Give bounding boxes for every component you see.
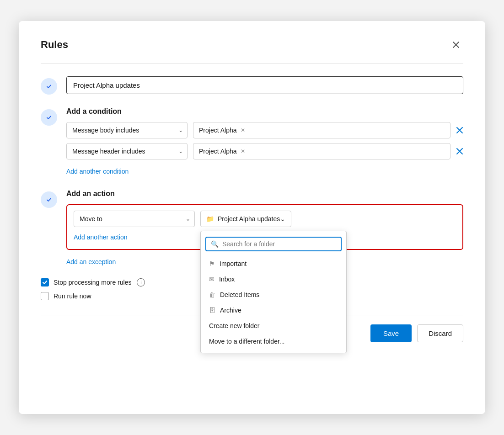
folder-dropdown-panel: 🔍 ⚑ Important ✉ Inbox [200, 231, 347, 353]
condition-type-2-select[interactable]: Message header includes Message body inc… [66, 143, 188, 159]
add-another-action-button[interactable]: Add another action [74, 232, 128, 243]
add-another-condition-button[interactable]: Add another condition [66, 166, 129, 177]
condition-row-2: Message header includes Message body inc… [66, 143, 463, 159]
folder-chevron-icon: ⌄ [280, 215, 285, 223]
folder-search-area: 🔍 [205, 237, 342, 251]
important-icon: ⚑ [209, 260, 215, 267]
info-icon[interactable]: i [137, 278, 145, 286]
header-divider [41, 63, 463, 64]
condition-value-1: Project Alpha ✕ [193, 122, 450, 138]
folder-item-important-label: Important [220, 260, 247, 267]
folder-item-inbox-label: Inbox [219, 276, 235, 283]
dialog-title: Rules [41, 39, 68, 51]
condition-type-1-wrapper: Message body includes Message header inc… [66, 122, 188, 138]
condition-2-delete-button[interactable] [456, 148, 463, 155]
condition-tag-2-text: Project Alpha [199, 148, 237, 155]
save-button[interactable]: Save [370, 324, 412, 342]
condition-row-1: Message body includes Message header inc… [66, 122, 463, 138]
inbox-icon: ✉ [209, 276, 214, 283]
run-rule-now-label: Run rule now [54, 292, 91, 300]
search-icon: 🔍 [211, 240, 219, 248]
action-label: Add an action [66, 190, 463, 198]
action-row-1: Move to Copy to Delete Mark as read ⌄ 📁 [74, 211, 456, 227]
step-icon-condition [41, 109, 57, 126]
add-exception-button[interactable]: Add an exception [66, 256, 116, 267]
folder-item-deleted[interactable]: 🗑 Deleted Items [201, 287, 346, 302]
condition-label: Add a condition [66, 107, 463, 116]
add-condition-section: Add a condition Message body includes Me… [41, 107, 463, 177]
svg-point-1 [45, 113, 53, 122]
rules-dialog: Rules Add a condition [19, 21, 485, 414]
stop-processing-checkbox[interactable] [41, 278, 49, 286]
condition-tag-2-remove[interactable]: ✕ [241, 148, 245, 154]
condition-content: Add a condition Message body includes Me… [66, 107, 463, 177]
action-content: Add an action Move to Copy to Delete Mar… [66, 190, 463, 267]
condition-tag-1-text: Project Alpha [199, 127, 237, 134]
condition-tag-1: Project Alpha ✕ [199, 127, 245, 134]
add-action-section: Add an action Move to Copy to Delete Mar… [41, 190, 463, 267]
action-type-wrapper: Move to Copy to Delete Mark as read ⌄ [74, 211, 195, 227]
folder-item-archive[interactable]: 🗄 Archive [201, 302, 346, 318]
close-button[interactable] [449, 37, 463, 52]
svg-point-2 [45, 196, 53, 204]
folder-item-deleted-label: Deleted Items [220, 291, 259, 298]
rule-name-input[interactable] [66, 76, 463, 94]
folder-item-important[interactable]: ⚑ Important [201, 256, 346, 271]
rule-name-section [41, 76, 463, 95]
step-icon-action [41, 191, 57, 208]
svg-point-0 [45, 82, 53, 90]
action-highlight-area: Move to Copy to Delete Mark as read ⌄ 📁 [66, 204, 463, 250]
condition-value-2: Project Alpha ✕ [193, 143, 450, 159]
condition-tag-1-remove[interactable]: ✕ [241, 127, 245, 133]
folder-item-create-label: Create new folder [209, 322, 260, 329]
condition-1-delete-button[interactable] [456, 127, 463, 134]
run-rule-now-checkbox[interactable] [41, 292, 49, 300]
folder-select-label: Project Alpha updates [218, 215, 280, 223]
trash-icon: 🗑 [209, 291, 215, 298]
action-type-select[interactable]: Move to Copy to Delete Mark as read [74, 211, 195, 227]
rule-name-content [66, 76, 463, 94]
folder-select-left: 📁 Project Alpha updates [206, 215, 280, 223]
discard-button[interactable]: Discard [417, 324, 463, 342]
archive-icon: 🗄 [209, 307, 215, 314]
condition-type-2-wrapper: Message header includes Message body inc… [66, 143, 188, 159]
step-icon-name [41, 78, 57, 95]
stop-processing-label: Stop processing more rules [54, 279, 131, 286]
folder-search-input[interactable] [222, 240, 336, 248]
folder-item-create-new[interactable]: Create new folder [201, 318, 346, 334]
folder-icon: 📁 [206, 215, 214, 223]
condition-tag-2: Project Alpha ✕ [199, 148, 245, 155]
condition-type-1-select[interactable]: Message body includes Message header inc… [66, 122, 188, 138]
folder-item-inbox[interactable]: ✉ Inbox [201, 271, 346, 287]
folder-item-move-label: Move to a different folder... [209, 338, 285, 345]
folder-item-move-different[interactable]: Move to a different folder... [201, 334, 346, 349]
folder-select-button[interactable]: 📁 Project Alpha updates ⌄ [200, 211, 291, 227]
dialog-header: Rules [41, 37, 463, 52]
folder-select-wrapper: 📁 Project Alpha updates ⌄ 🔍 [200, 211, 456, 227]
folder-item-archive-label: Archive [220, 307, 241, 314]
